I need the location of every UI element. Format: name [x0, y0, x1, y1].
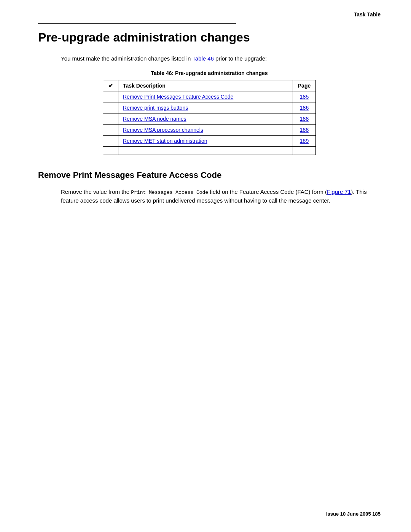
- task-link[interactable]: Remove MSA processor channels: [123, 127, 203, 133]
- row-page[interactable]: 185: [293, 91, 316, 102]
- table-row: [103, 147, 316, 155]
- row-check: [103, 136, 118, 147]
- row-check: [103, 102, 118, 113]
- task-link[interactable]: Remove MET station administration: [123, 138, 207, 144]
- row-page[interactable]: 188: [293, 125, 316, 136]
- section-body: Remove the value from the Print Messages…: [61, 188, 381, 205]
- empty-task: [118, 147, 293, 155]
- intro-text-after: prior to the upgrade:: [214, 55, 267, 62]
- page-link[interactable]: 186: [300, 105, 309, 111]
- page-link[interactable]: 189: [300, 138, 309, 144]
- table-row: Remove print-msgs buttons 186: [103, 102, 316, 113]
- table-46-link[interactable]: Table 46: [192, 55, 214, 62]
- empty-page: [293, 147, 316, 155]
- section-body-before-code: Remove the value from the: [61, 189, 131, 195]
- task-table-wrapper: ✔ Task Description Page Remove Print Mes…: [38, 80, 381, 155]
- row-task[interactable]: Remove MSA processor channels: [118, 125, 293, 136]
- page-link[interactable]: 188: [300, 116, 309, 122]
- section-code: Print Messages Access Code: [131, 190, 208, 195]
- row-page[interactable]: 188: [293, 113, 316, 125]
- row-task[interactable]: Remove Print Messages Feature Access Cod…: [118, 91, 293, 102]
- page-container: Task Table Pre-upgrade administration ch…: [0, 0, 411, 532]
- row-task[interactable]: Remove MET station administration: [118, 136, 293, 147]
- task-table: ✔ Task Description Page Remove Print Mes…: [103, 80, 316, 155]
- page-title: Pre-upgrade administration changes: [38, 30, 381, 45]
- intro-paragraph: You must make the administration changes…: [61, 55, 381, 62]
- row-task[interactable]: Remove MSA node names: [118, 113, 293, 125]
- table-row: Remove MSA node names 188: [103, 113, 316, 125]
- row-page[interactable]: 189: [293, 136, 316, 147]
- table-row: Remove MSA processor channels 188: [103, 125, 316, 136]
- page-link[interactable]: 185: [300, 94, 309, 100]
- section-title: Remove Print Messages Feature Access Cod…: [38, 170, 381, 180]
- row-check: [103, 113, 118, 125]
- col-page-header: Page: [293, 80, 316, 91]
- table-row: Remove MET station administration 189: [103, 136, 316, 147]
- task-link[interactable]: Remove MSA node names: [123, 116, 186, 122]
- empty-check: [103, 147, 118, 155]
- task-link[interactable]: Remove Print Messages Feature Access Cod…: [123, 94, 233, 100]
- col-check-header: ✔: [103, 80, 118, 91]
- footer-label: Issue 10 June 2005 185: [326, 511, 381, 517]
- row-task[interactable]: Remove print-msgs buttons: [118, 102, 293, 113]
- task-link[interactable]: Remove print-msgs buttons: [123, 105, 188, 111]
- row-check: [103, 125, 118, 136]
- figure-71-link[interactable]: Figure 71: [327, 189, 351, 195]
- intro-text-before: You must make the administration changes…: [61, 55, 192, 62]
- top-rule: [38, 23, 236, 24]
- section-body-after-code: field on the Feature Access Code (FAC) f…: [208, 189, 327, 195]
- table-caption: Table 46: Pre-upgrade administration cha…: [38, 70, 381, 76]
- table-row: Remove Print Messages Feature Access Cod…: [103, 91, 316, 102]
- col-task-header: Task Description: [118, 80, 293, 91]
- page-link[interactable]: 188: [300, 127, 309, 133]
- header-label: Task Table: [354, 11, 381, 18]
- row-check: [103, 91, 118, 102]
- row-page[interactable]: 186: [293, 102, 316, 113]
